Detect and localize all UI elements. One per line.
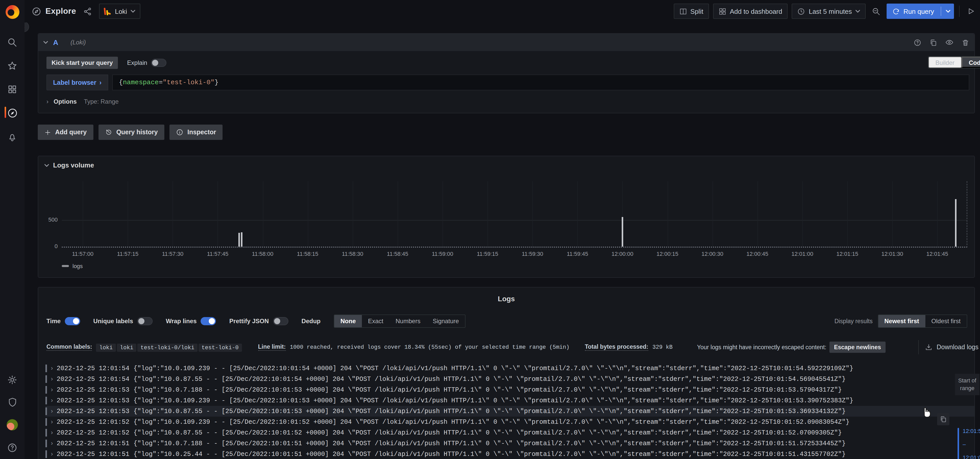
log-line-text: {"log":"10.0.87.55 - - [25/Dec/2022:10:0… xyxy=(134,429,842,436)
time-toggle[interactable] xyxy=(65,317,80,325)
sidebar-item-alerting[interactable] xyxy=(0,131,24,143)
wrap-lines-toggle[interactable] xyxy=(201,317,216,325)
sidebar-item-configuration[interactable] xyxy=(0,374,24,386)
chevron-down-icon xyxy=(946,10,950,13)
legend-label[interactable]: logs xyxy=(73,263,83,269)
log-row[interactable]: › 2022-12-25 12:01:52 {"log":"10.0.87.55… xyxy=(45,427,974,438)
download-logs-button[interactable]: Download logs xyxy=(918,340,980,354)
dedup-option-numbers[interactable]: Numbers xyxy=(390,315,426,327)
label-browser-button[interactable]: Label browser› xyxy=(46,75,108,90)
volume-bar[interactable] xyxy=(238,233,240,247)
grafana-logo[interactable] xyxy=(5,5,19,19)
query-row-header[interactable]: A (Loki) xyxy=(38,34,974,51)
expand-log-chevron-icon[interactable]: › xyxy=(50,408,57,415)
collapse-chevron-icon[interactable] xyxy=(45,164,49,167)
volume-bar[interactable] xyxy=(241,232,243,247)
query-help-icon[interactable] xyxy=(914,38,921,46)
expand-log-chevron-icon[interactable]: › xyxy=(50,429,57,436)
dedup-option-none[interactable]: None xyxy=(334,315,362,327)
unique-labels-toggle[interactable] xyxy=(137,317,153,325)
remove-query-trash-icon[interactable] xyxy=(962,38,969,46)
order-option-oldest-first[interactable]: Oldest first xyxy=(925,315,967,327)
log-navigation-scrubber[interactable]: 12:01:5 – 12:01:0 xyxy=(958,428,980,459)
query-history-button[interactable]: Query history xyxy=(99,124,165,140)
expand-log-chevron-icon[interactable]: › xyxy=(50,365,57,372)
inspector-button[interactable]: Inspector xyxy=(169,124,223,140)
sidebar-item-profile[interactable] xyxy=(0,418,24,432)
expand-log-chevron-icon[interactable]: › xyxy=(50,418,57,426)
dashboards-grid-icon xyxy=(7,84,18,94)
prettify-json-toggle-label: Prettify JSON xyxy=(229,317,269,325)
zoom-out-time-button[interactable] xyxy=(870,3,883,19)
live-tail-button[interactable] xyxy=(965,3,977,19)
x-tick-label: 12:00:00 xyxy=(611,251,633,257)
hide-response-eye-icon[interactable] xyxy=(945,38,953,46)
log-line-text: {"log":"10.0.7.188 - - [25/Dec/2022:10:0… xyxy=(134,386,842,394)
order-option-newest-first[interactable]: Newest first xyxy=(878,315,925,327)
dedup-option-signature[interactable]: Signature xyxy=(426,315,465,327)
logs-volume-chart[interactable]: 500 0 xyxy=(62,181,967,248)
search-icon xyxy=(7,37,18,48)
log-level-bar xyxy=(45,408,47,415)
log-row[interactable]: › 2022-12-25 12:01:53 {"log":"10.0.7.188… xyxy=(45,384,974,395)
log-timestamp: 2022-12-25 12:01:52 xyxy=(57,418,129,426)
time-range-picker[interactable]: Last 5 minutes xyxy=(792,3,865,19)
expand-log-chevron-icon[interactable]: › xyxy=(50,376,57,382)
datasource-picker[interactable]: Loki xyxy=(99,3,140,19)
sidebar-item-server-admin[interactable] xyxy=(0,396,24,408)
duplicate-query-icon[interactable] xyxy=(929,38,937,46)
explore-compass-icon xyxy=(32,6,41,16)
apps-grid-icon xyxy=(719,7,726,15)
sidebar-item-dashboards[interactable] xyxy=(0,83,24,96)
expand-log-chevron-icon[interactable]: › xyxy=(50,440,57,447)
common-labels-label: Common labels: xyxy=(46,344,92,351)
sidebar-item-search[interactable] xyxy=(0,36,24,48)
split-button[interactable]: Split xyxy=(673,3,709,19)
sidebar-item-help[interactable] xyxy=(0,441,24,454)
share-icon[interactable] xyxy=(83,7,92,16)
sidebar-item-starred[interactable] xyxy=(0,60,24,72)
bell-icon xyxy=(7,132,18,142)
escape-newlines-button[interactable]: Escape newlines xyxy=(829,341,886,353)
sidebar-item-explore[interactable] xyxy=(0,107,24,120)
legend-swatch xyxy=(62,265,69,267)
x-tick-label: 11:58:30 xyxy=(342,251,363,257)
info-circle-icon xyxy=(176,129,183,136)
datasource-hint: (Loki) xyxy=(70,39,86,46)
logql-query-input[interactable]: {namespace="test-loki-0"} xyxy=(112,75,969,90)
log-row[interactable]: › 2022-12-25 12:01:51 {"log":"10.0.7.188… xyxy=(45,438,974,449)
x-tick-label: 12:01:45 xyxy=(926,251,948,257)
gear-icon xyxy=(7,375,18,385)
volume-bar[interactable] xyxy=(955,199,956,247)
add-query-button[interactable]: Add query xyxy=(38,124,94,140)
volume-bar[interactable] xyxy=(622,217,624,247)
expand-log-chevron-icon[interactable]: › xyxy=(50,451,57,458)
chevron-right-icon: › xyxy=(100,79,102,86)
log-line-text: {"log":"10.0.25.44 - - [25/Dec/2022:10:0… xyxy=(134,451,845,458)
log-row[interactable]: › 2022-12-25 12:01:52 {"log":"10.0.109.2… xyxy=(45,417,974,427)
log-row[interactable]: › 2022-12-25 12:01:53 {"log":"10.0.87.55… xyxy=(45,406,974,417)
add-to-dashboard-button[interactable]: Add to dashboard xyxy=(713,3,788,19)
logs-volume-title[interactable]: Logs volume xyxy=(53,161,94,169)
scrubber-bar[interactable] xyxy=(958,428,959,459)
kick-start-query-button[interactable]: Kick start your query xyxy=(46,57,118,69)
prettify-json-toggle[interactable] xyxy=(273,317,288,325)
log-row[interactable]: › 2022-12-25 12:01:54 {"log":"10.0.109.2… xyxy=(45,363,974,374)
explain-toggle[interactable] xyxy=(151,59,167,67)
log-row[interactable]: › 2022-12-25 12:01:51 {"log":"10.0.25.44… xyxy=(45,449,974,459)
dedup-options-group: NoneExactNumbersSignature xyxy=(334,314,466,328)
code-mode-button[interactable]: Code xyxy=(962,57,980,68)
expand-log-chevron-icon[interactable]: › xyxy=(50,397,57,404)
options-label[interactable]: Options xyxy=(54,98,77,105)
copy-log-line-button[interactable] xyxy=(937,413,950,425)
expand-log-chevron-icon[interactable]: › xyxy=(50,386,57,394)
x-tick-label: 11:59:30 xyxy=(522,251,543,257)
log-row[interactable]: › 2022-12-25 12:01:53 {"log":"10.0.109.2… xyxy=(45,395,974,406)
chart-plot-area[interactable] xyxy=(62,181,967,248)
dedup-option-exact[interactable]: Exact xyxy=(362,315,390,327)
builder-mode-button[interactable]: Builder xyxy=(928,57,962,68)
options-chevron-icon[interactable]: › xyxy=(46,98,48,105)
shield-icon xyxy=(7,397,17,407)
log-row[interactable]: › 2022-12-25 12:01:54 {"log":"10.0.87.55… xyxy=(45,374,974,384)
run-query-button[interactable]: Run query xyxy=(886,3,954,19)
